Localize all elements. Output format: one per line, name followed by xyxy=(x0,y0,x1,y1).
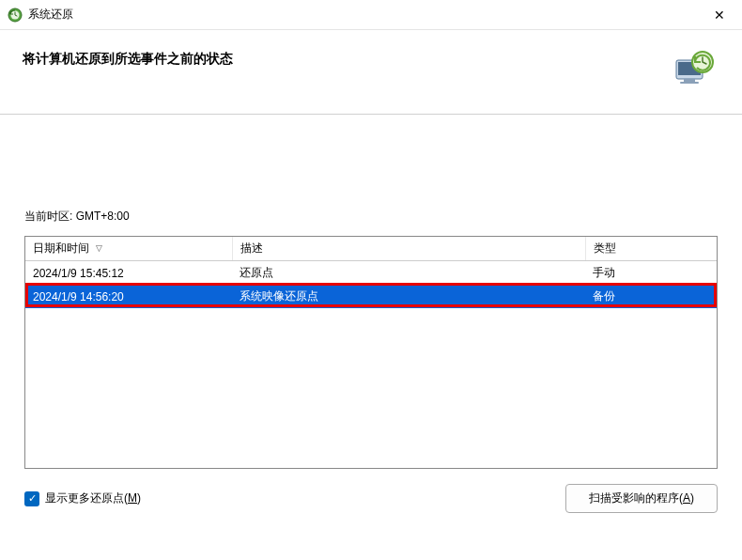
close-button[interactable]: ✕ xyxy=(708,6,731,24)
column-header-type[interactable]: 类型 xyxy=(585,237,717,261)
table-cell-desc: 还原点 xyxy=(232,261,585,286)
restore-points-table-wrap: 日期和时间 ▽ 描述 类型 2024/1/9 15:45:12还原点手动2024… xyxy=(24,236,718,469)
table-cell-date: 2024/1/9 15:45:12 xyxy=(25,261,232,286)
checkbox-checked-icon: ✓ xyxy=(24,491,39,506)
table-cell-type: 备份 xyxy=(585,285,717,308)
column-header-date-text: 日期和时间 xyxy=(33,241,89,255)
show-more-checkbox[interactable]: ✓ 显示更多还原点(M) xyxy=(24,490,141,506)
content-area: 当前时区: GMT+8:00 日期和时间 ▽ 描述 类型 2024/1/9 15… xyxy=(0,115,742,469)
table-row[interactable]: 2024/1/9 15:45:12还原点手动 xyxy=(25,261,717,286)
table-cell-type: 手动 xyxy=(585,261,717,286)
bottom-row: ✓ 显示更多还原点(M) 扫描受影响的程序(A) xyxy=(0,469,742,513)
header-panel: 将计算机还原到所选事件之前的状态 xyxy=(0,30,742,115)
show-more-label: 显示更多还原点(M) xyxy=(45,490,141,506)
titlebar: 系统还原 ✕ xyxy=(0,0,742,30)
sort-indicator-icon: ▽ xyxy=(96,243,102,253)
timezone-label: 当前时区: GMT+8:00 xyxy=(24,209,718,225)
svg-rect-4 xyxy=(684,79,695,82)
table-cell-date: 2024/1/9 14:56:20 xyxy=(25,285,232,308)
column-header-date[interactable]: 日期和时间 ▽ xyxy=(25,237,232,261)
restore-graphic-icon xyxy=(671,47,716,92)
header-title: 将计算机还原到所选事件之前的状态 xyxy=(23,51,233,68)
window-title: 系统还原 xyxy=(28,7,73,23)
column-header-desc[interactable]: 描述 xyxy=(232,237,585,261)
table-row[interactable]: 2024/1/9 14:56:20系统映像还原点备份 xyxy=(25,285,717,308)
scan-affected-programs-button[interactable]: 扫描受影响的程序(A) xyxy=(565,484,718,513)
table-cell-desc: 系统映像还原点 xyxy=(232,285,585,308)
svg-rect-5 xyxy=(680,82,699,84)
system-restore-icon xyxy=(8,8,23,23)
restore-points-table[interactable]: 日期和时间 ▽ 描述 类型 2024/1/9 15:45:12还原点手动2024… xyxy=(25,237,717,308)
